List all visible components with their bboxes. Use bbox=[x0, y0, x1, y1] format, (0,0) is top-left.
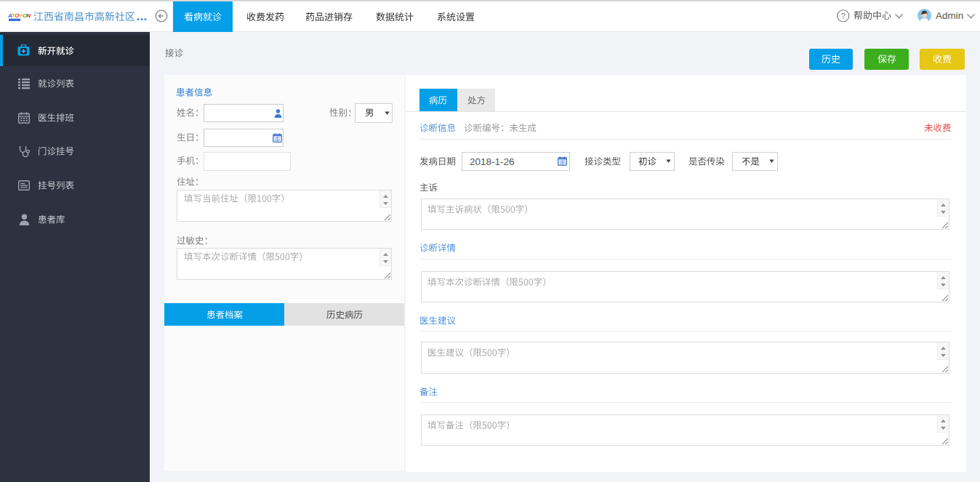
svg-text:?: ? bbox=[841, 11, 846, 20]
svg-text:N: N bbox=[26, 12, 31, 19]
